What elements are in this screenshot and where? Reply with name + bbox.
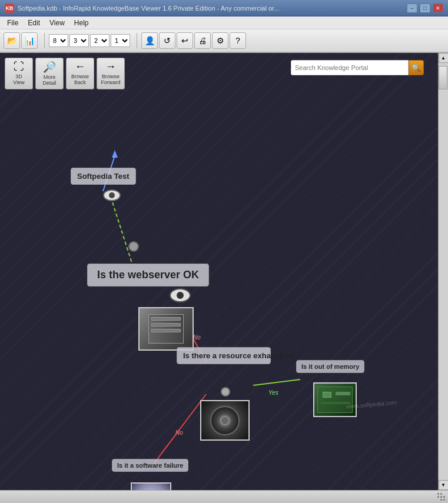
server-thumbnail <box>138 307 194 351</box>
scroll-thumb[interactable] <box>439 66 447 89</box>
canvas-area[interactable]: ⛶ 3DView 🔎 MoreDetail ← BrowseBack → Bro… <box>0 53 438 490</box>
resource-exhaustion-node[interactable]: Is there a resource exhaustion <box>177 347 271 364</box>
dropdown-2[interactable]: 2 <box>90 34 109 47</box>
menubar: File Edit View Help <box>0 16 448 29</box>
scroll-track[interactable] <box>439 63 448 480</box>
settings-button[interactable]: ⚙ <box>212 32 228 49</box>
circuit-thumbnail <box>313 382 357 417</box>
3d-view-label: 3DView <box>13 74 24 86</box>
more-detail-button[interactable]: 🔎 MoreDetail <box>35 58 64 89</box>
eye-icon-softpedia <box>103 189 121 201</box>
no-label-1: No <box>193 334 201 341</box>
browse-forward-icon: → <box>105 61 116 73</box>
3d-view-icon: ⛶ <box>14 61 24 73</box>
app-icon: KB <box>5 4 14 13</box>
open-folder-button[interactable]: 📂 <box>4 32 20 49</box>
menu-view[interactable]: View <box>45 18 69 28</box>
print-button[interactable]: 🖨 <box>194 32 211 49</box>
browse-forward-label: BrowseForward <box>101 74 120 86</box>
3d-view-button[interactable]: ⛶ 3DView <box>5 58 33 89</box>
node-connector-2 <box>221 387 230 397</box>
refresh-button[interactable]: ↺ <box>159 32 175 49</box>
menu-help[interactable]: Help <box>69 18 94 28</box>
chart-button[interactable]: 📊 <box>21 32 38 49</box>
resize-grip[interactable] <box>437 493 446 501</box>
help-button[interactable]: ? <box>230 32 246 49</box>
webserver-ok-node[interactable]: Is the webserver OK <box>87 264 209 287</box>
back2-button[interactable]: ↩ <box>177 32 193 49</box>
view-toolbar: ⛶ 3DView 🔎 MoreDetail ← BrowseBack → Bro… <box>5 58 125 89</box>
more-detail-label: MoreDetail <box>42 75 56 86</box>
fan-thumbnail <box>200 400 250 441</box>
node-connector-1 <box>128 241 139 252</box>
menu-edit[interactable]: Edit <box>23 18 45 28</box>
yes-label: Yes <box>268 389 278 396</box>
titlebar: KB Softpedia.kdb - InfoRapid KnowledgeBa… <box>0 0 448 16</box>
browse-forward-button[interactable]: → BrowseForward <box>97 58 125 89</box>
search-input[interactable] <box>291 60 409 75</box>
softpedia-test-node[interactable]: Softpedia Test <box>71 168 136 185</box>
maximize-button[interactable]: □ <box>420 4 430 13</box>
close-button[interactable]: ✕ <box>433 4 443 13</box>
browse-back-icon: ← <box>75 61 85 73</box>
no-label-2: No <box>175 429 183 436</box>
minimize-button[interactable]: − <box>407 4 417 13</box>
statusbar <box>0 490 448 503</box>
search-bar: 🔍 <box>291 60 424 75</box>
more-detail-icon: 🔎 <box>43 61 56 74</box>
main-area: ⛶ 3DView 🔎 MoreDetail ← BrowseBack → Bro… <box>0 53 448 490</box>
out-of-memory-node[interactable]: Is it out of memory <box>296 360 364 373</box>
cd-thumbnail <box>131 482 171 490</box>
dropdown-1[interactable]: 1 <box>111 34 130 47</box>
toolbar: 📂 📊 8 3 2 1 👤 ↺ ↩ 🖨 ⚙ ? <box>0 29 448 53</box>
toolbar-separator-1 <box>44 33 45 48</box>
window-title: Softpedia.kdb - InfoRapid KnowledgeBase … <box>18 5 407 12</box>
scroll-down-arrow[interactable]: ▼ <box>439 480 449 490</box>
browse-back-label: BrowseBack <box>71 74 89 86</box>
software-failure-node[interactable]: Is it a software failure <box>112 459 188 472</box>
dropdown-3[interactable]: 3 <box>69 34 89 47</box>
search-button[interactable]: 🔍 <box>409 60 424 75</box>
toolbar-group-numbers: 8 3 2 1 <box>49 34 130 47</box>
toolbar-group-actions: 👤 ↺ ↩ 🖨 ⚙ ? <box>141 32 246 49</box>
person-icon-button[interactable]: 👤 <box>141 32 158 49</box>
scrollbar-right[interactable]: ▲ ▼ <box>438 53 448 490</box>
menu-file[interactable]: File <box>2 18 23 28</box>
toolbar-group-folder: 📂 📊 <box>4 32 38 49</box>
eye-icon-webserver <box>170 288 191 302</box>
window-controls: − □ ✕ <box>407 4 443 13</box>
scroll-up-arrow[interactable]: ▲ <box>439 53 449 63</box>
toolbar-separator-2 <box>137 33 137 48</box>
dropdown-8[interactable]: 8 <box>49 34 68 47</box>
browse-back-button[interactable]: ← BrowseBack <box>66 58 94 89</box>
